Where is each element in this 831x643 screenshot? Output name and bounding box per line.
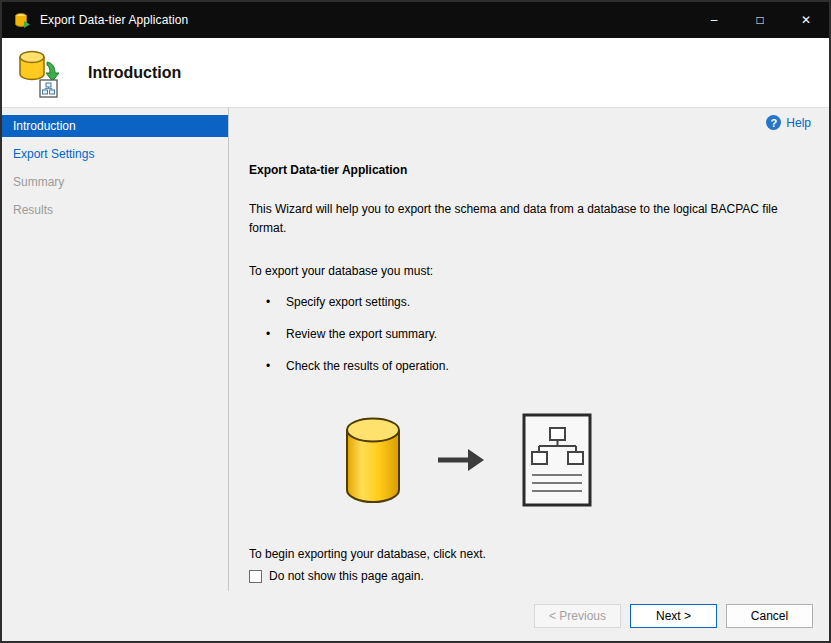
bacpac-file-icon [520, 411, 594, 513]
requirements-label: To export your database you must: [249, 264, 809, 278]
export-wizard-window: Export Data-tier Application – □ ✕ Intro… [0, 0, 831, 643]
help-icon[interactable]: ? [766, 115, 781, 130]
sidebar-item-results: Results [2, 199, 228, 221]
app-icon [14, 12, 31, 29]
wizard-content: ? Help Export Data-tier Application This… [229, 108, 829, 591]
maximize-button[interactable]: □ [737, 2, 783, 38]
list-item: •Review the export summary. [266, 327, 809, 341]
window-title: Export Data-tier Application [40, 13, 188, 27]
wizard-steps-sidebar: Introduction Export Settings Summary Res… [2, 108, 229, 591]
minimize-button[interactable]: – [691, 2, 737, 38]
database-cylinder-icon [344, 416, 402, 508]
close-button[interactable]: ✕ [783, 2, 829, 38]
sidebar-item-export-settings[interactable]: Export Settings [2, 143, 228, 165]
checkbox-label: Do not show this page again. [269, 569, 424, 583]
database-export-icon [16, 48, 64, 98]
requirements-list: •Specify export settings. •Review the ex… [249, 295, 809, 373]
wizard-header: Introduction [2, 38, 829, 108]
button-bar: < Previous Next > Cancel [2, 591, 829, 641]
next-button[interactable]: Next > [630, 604, 717, 628]
cancel-button[interactable]: Cancel [726, 604, 813, 628]
dont-show-again-checkbox[interactable] [249, 570, 262, 583]
bullet-icon: • [266, 295, 286, 309]
page-title: Introduction [88, 64, 181, 82]
help-row: ? Help [766, 115, 811, 130]
sidebar-item-introduction[interactable]: Introduction [2, 115, 228, 137]
previous-button: < Previous [534, 604, 621, 628]
title-bar: Export Data-tier Application – □ ✕ [2, 2, 829, 38]
content-heading: Export Data-tier Application [249, 163, 809, 177]
dont-show-again-row[interactable]: Do not show this page again. [249, 569, 809, 583]
window-controls: – □ ✕ [691, 2, 829, 38]
list-item: •Check the results of operation. [266, 359, 809, 373]
bullet-icon: • [266, 327, 286, 341]
intro-paragraph: This Wizard will help you to export the … [249, 200, 804, 237]
begin-text: To begin exporting your database, click … [249, 547, 809, 561]
list-item: •Specify export settings. [266, 295, 809, 309]
export-illustration [344, 411, 809, 513]
bullet-icon: • [266, 359, 286, 373]
sidebar-item-summary: Summary [2, 171, 228, 193]
help-link[interactable]: Help [786, 116, 811, 130]
wizard-body: Introduction Export Settings Summary Res… [2, 108, 829, 591]
arrow-right-icon [436, 446, 486, 478]
